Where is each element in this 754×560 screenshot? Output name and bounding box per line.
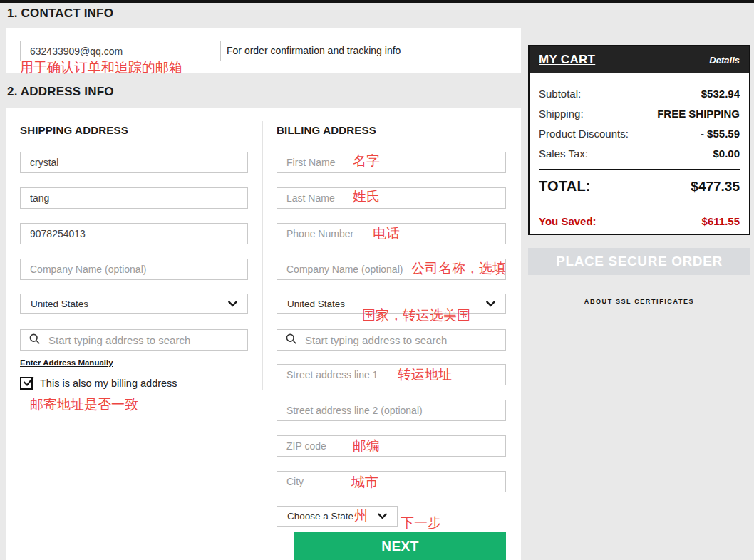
cart-row-shipping: Shipping: FREE SHIPPING bbox=[539, 108, 740, 120]
cart-row-tax: Sales Tax: $0.00 bbox=[539, 147, 740, 160]
search-icon bbox=[29, 333, 41, 348]
billing-address-search[interactable] bbox=[277, 329, 506, 351]
chevron-down-icon bbox=[486, 299, 495, 309]
checkout-page: 1. CONTACT INFO For order confirmation a… bbox=[0, 0, 754, 560]
billing-zip-input[interactable] bbox=[277, 435, 506, 457]
subtotal-value: $532.94 bbox=[701, 88, 740, 100]
shipping-address-title: SHIPPING ADDRESS bbox=[20, 124, 128, 136]
contact-card: For order confirmation and tracking info… bbox=[6, 28, 521, 73]
top-border-bar bbox=[0, 0, 754, 3]
shipping-first-name-input[interactable] bbox=[20, 152, 248, 173]
tax-label: Sales Tax: bbox=[539, 147, 588, 160]
address-card: SHIPPING ADDRESS United States Enter Add… bbox=[6, 108, 521, 560]
address-section-heading: 2. ADDRESS INFO bbox=[7, 85, 114, 99]
billing-street2-input[interactable] bbox=[277, 400, 506, 421]
billing-first-name-input[interactable] bbox=[277, 152, 506, 173]
shipping-address-search[interactable] bbox=[20, 329, 248, 351]
shipping-phone-input[interactable] bbox=[20, 223, 248, 244]
cart-details-link[interactable]: Details bbox=[709, 55, 740, 66]
shipping-value: FREE SHIPPING bbox=[657, 108, 740, 120]
billing-state-value: Choose a State bbox=[287, 511, 353, 522]
total-label: TOTAL: bbox=[539, 178, 591, 195]
billing-address-search-input[interactable] bbox=[304, 333, 497, 347]
billing-phone-input[interactable] bbox=[277, 223, 506, 244]
search-icon bbox=[285, 333, 297, 348]
total-value: $477.35 bbox=[691, 179, 740, 195]
total-divider bbox=[539, 169, 740, 170]
billing-city-input[interactable] bbox=[277, 471, 506, 492]
about-ssl-certificates-link[interactable]: ABOUT SSL CERTIFICATES bbox=[528, 298, 750, 305]
cart-total-row: TOTAL: $477.35 bbox=[539, 178, 740, 195]
chevron-down-icon bbox=[228, 299, 237, 309]
billing-country-value: United States bbox=[287, 299, 345, 309]
cart-title-link[interactable]: MY CART bbox=[539, 53, 595, 67]
you-saved-value: $611.55 bbox=[702, 215, 740, 227]
billing-street1-input[interactable] bbox=[277, 364, 506, 385]
billing-address-title: BILLING ADDRESS bbox=[277, 124, 376, 136]
billing-state-select[interactable]: Choose a State bbox=[277, 506, 398, 527]
billing-last-name-input[interactable] bbox=[277, 187, 506, 209]
billing-same-row: This is also my billing address bbox=[20, 377, 177, 390]
you-saved-label: You Saved: bbox=[539, 215, 597, 227]
discounts-label: Product Discounts: bbox=[539, 128, 629, 140]
place-secure-order-button[interactable]: PLACE SECURE ORDER bbox=[528, 248, 750, 275]
cart-row-subtotal: Subtotal: $532.94 bbox=[539, 88, 740, 100]
annotation-next: 下一步 bbox=[401, 516, 441, 529]
saved-divider bbox=[539, 204, 740, 204]
tax-value: $0.00 bbox=[713, 147, 740, 160]
cart-body: Subtotal: $532.94 Shipping: FREE SHIPPIN… bbox=[530, 73, 749, 227]
billing-same-checkbox[interactable] bbox=[20, 377, 33, 390]
chevron-down-icon bbox=[378, 511, 387, 522]
annotation-billing-same: 邮寄地址是否一致 bbox=[30, 398, 138, 411]
shipping-company-input[interactable] bbox=[20, 259, 248, 280]
email-input[interactable] bbox=[20, 41, 221, 61]
subtotal-label: Subtotal: bbox=[539, 88, 581, 100]
enter-address-manually-link[interactable]: Enter Address Manually bbox=[20, 358, 113, 367]
billing-country-select[interactable]: United States bbox=[277, 294, 506, 314]
email-note: For order confirmation and tracking info bbox=[227, 45, 401, 56]
next-button[interactable]: NEXT bbox=[294, 532, 506, 560]
cart-header: MY CART Details bbox=[530, 46, 749, 73]
shipping-country-select[interactable]: United States bbox=[20, 294, 248, 314]
cart-saved-row: You Saved: $611.55 bbox=[539, 215, 740, 227]
annotation-email: 用于确认订单和追踪的邮箱 bbox=[20, 61, 182, 74]
shipping-last-name-input[interactable] bbox=[20, 187, 248, 209]
cart-row-discounts: Product Discounts: - $55.59 bbox=[539, 128, 740, 140]
cart-summary: MY CART Details Subtotal: $532.94 Shippi… bbox=[528, 45, 750, 235]
column-divider bbox=[262, 121, 263, 390]
billing-same-label: This is also my billing address bbox=[40, 378, 177, 389]
shipping-label: Shipping: bbox=[539, 108, 584, 120]
discounts-value: - $55.59 bbox=[701, 128, 740, 140]
shipping-address-search-input[interactable] bbox=[47, 333, 239, 347]
contact-section-heading: 1. CONTACT INFO bbox=[7, 6, 113, 21]
billing-company-input[interactable] bbox=[277, 259, 506, 280]
shipping-country-value: United States bbox=[31, 299, 88, 309]
